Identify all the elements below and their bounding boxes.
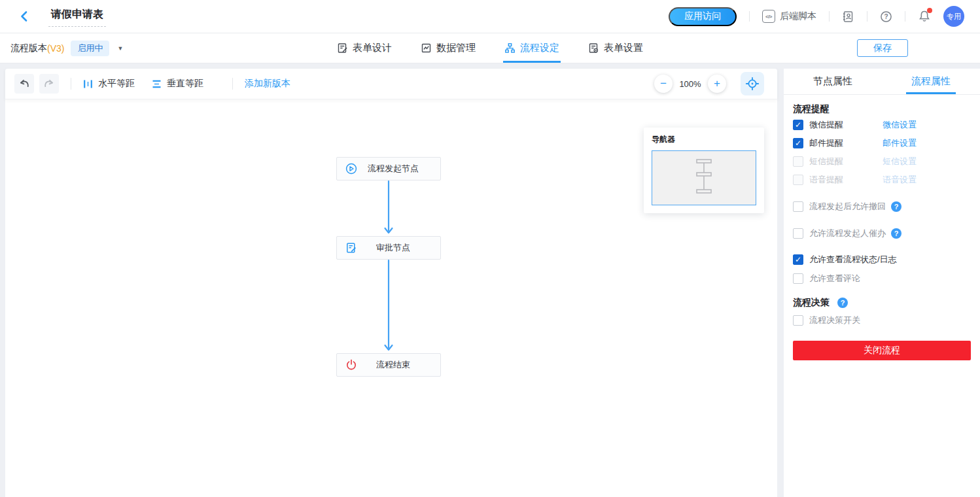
- reminder-label: 邮件提醒: [809, 137, 883, 149]
- tab-label: 表单设计: [353, 42, 392, 54]
- option-row-view-comments: ✓ 允许查看评论: [793, 270, 971, 287]
- vertical-align-button[interactable]: 垂直等距: [152, 78, 203, 90]
- edit-note-icon: [345, 242, 357, 254]
- form-design-icon: [337, 43, 348, 54]
- save-button[interactable]: 保存: [857, 39, 908, 57]
- wechat-settings-link[interactable]: 微信设置: [883, 119, 917, 131]
- reminder-label: 短信提醒: [809, 156, 883, 167]
- wechat-reminder-checkbox[interactable]: ✓: [793, 120, 803, 130]
- allow-withdraw-checkbox[interactable]: ✓: [793, 201, 803, 212]
- notifications-button[interactable]: [918, 10, 931, 23]
- reminder-label: 微信提醒: [809, 119, 883, 131]
- email-settings-link[interactable]: 邮件设置: [883, 137, 917, 149]
- check-icon: ✓: [795, 139, 801, 147]
- decision-switch-checkbox[interactable]: ✓: [793, 315, 803, 326]
- undo-button[interactable]: [14, 74, 34, 94]
- help-circle-icon[interactable]: ?: [891, 228, 901, 239]
- contacts-button[interactable]: [842, 10, 854, 23]
- back-button[interactable]: [17, 9, 31, 24]
- navigator-minimap[interactable]: [652, 150, 756, 205]
- back-icon: [18, 10, 30, 22]
- allow-urge-checkbox[interactable]: ✓: [793, 228, 803, 239]
- tab-flow-setting[interactable]: 流程设定: [503, 33, 561, 63]
- zoom-in-button[interactable]: +: [708, 75, 726, 93]
- tab-label: 表单设置: [604, 42, 643, 54]
- app-access-button[interactable]: 应用访问: [669, 7, 737, 26]
- horizontal-align-button[interactable]: 水平等距: [83, 78, 135, 90]
- option-row-allow-urge: ✓ 允许流程发起人催办 ?: [793, 225, 971, 242]
- canvas-body[interactable]: 流程发起节点 审批节点 流程结束 导航器: [5, 99, 777, 497]
- check-icon: ✓: [795, 256, 801, 264]
- reminder-section-title: 流程提醒: [793, 103, 971, 116]
- flow-node-start[interactable]: 流程发起节点: [336, 157, 441, 180]
- version-number: (V3): [47, 43, 64, 54]
- avatar[interactable]: 专用: [943, 6, 964, 27]
- crosshair-icon: [745, 77, 760, 91]
- tab-form-settings[interactable]: 表单设置: [587, 33, 644, 63]
- app-root: 请假申请表 应用访问 </> 后端脚本 ?: [0, 0, 980, 497]
- divider: [232, 78, 233, 90]
- help-circle-icon[interactable]: ?: [837, 298, 848, 308]
- vertical-spacing-icon: [152, 79, 162, 89]
- navigator-panel: 导航器: [644, 128, 764, 213]
- page-title[interactable]: 请假申请表: [48, 7, 106, 27]
- flow-canvas: 水平等距 垂直等距 添加新版本 − 100% +: [5, 69, 777, 497]
- tab-form-design[interactable]: 表单设计: [336, 33, 393, 63]
- view-status-checkbox[interactable]: ✓: [793, 254, 803, 265]
- divider: [829, 11, 830, 22]
- add-version-link[interactable]: 添加新版本: [245, 78, 290, 90]
- help-circle-icon[interactable]: ?: [891, 201, 901, 212]
- divider: [749, 11, 750, 22]
- option-label: 流程决策开关: [809, 315, 860, 326]
- main-area: 水平等距 垂直等距 添加新版本 − 100% +: [0, 63, 980, 497]
- horizontal-align-label: 水平等距: [98, 78, 135, 90]
- panel-tabs: 节点属性 流程属性: [784, 69, 980, 95]
- option-row-decision-switch: ✓ 流程决策开关: [793, 312, 971, 329]
- view-comments-checkbox[interactable]: ✓: [793, 273, 803, 284]
- data-manage-icon: [421, 43, 432, 54]
- voice-reminder-checkbox[interactable]: ✓: [793, 175, 803, 185]
- tab-node-properties[interactable]: 节点属性: [784, 69, 882, 94]
- contacts-icon: [842, 10, 854, 23]
- tab-data-manage[interactable]: 数据管理: [419, 33, 477, 63]
- version-info: 流程版本 (V3) 启用中 ▼: [10, 41, 123, 56]
- backend-script-button[interactable]: </> 后端脚本: [762, 10, 816, 23]
- navigator-title: 导航器: [652, 134, 756, 145]
- caret-down-icon[interactable]: ▼: [117, 45, 123, 52]
- email-reminder-checkbox[interactable]: ✓: [793, 138, 803, 148]
- tab-label: 数据管理: [436, 42, 476, 54]
- flow-node-approval[interactable]: 审批节点: [336, 236, 441, 260]
- decision-section-title: 流程决策 ?: [793, 296, 971, 309]
- undo-icon: [18, 78, 30, 89]
- svg-text:?: ?: [884, 13, 888, 20]
- horizontal-spacing-icon: [83, 79, 93, 89]
- zoom-controls: − 100% +: [654, 72, 764, 95]
- redo-icon: [43, 78, 55, 89]
- option-label: 允许查看评论: [809, 273, 860, 284]
- divider: [905, 11, 905, 22]
- tab-flow-properties[interactable]: 流程属性: [882, 69, 980, 94]
- sms-reminder-checkbox[interactable]: ✓: [793, 156, 803, 167]
- flow-node-end[interactable]: 流程结束: [336, 353, 441, 377]
- locate-button[interactable]: [741, 72, 764, 95]
- redo-button[interactable]: [39, 74, 59, 94]
- help-button[interactable]: ?: [880, 10, 892, 23]
- form-settings-icon: [588, 43, 599, 54]
- zoom-out-button[interactable]: −: [654, 75, 673, 93]
- reminder-row-voice: ✓ 语音提醒 语音设置: [793, 171, 971, 189]
- reminder-row-sms: ✓ 短信提醒 短信设置: [793, 152, 971, 171]
- play-circle-icon: [345, 163, 357, 175]
- minimap-flow: [694, 157, 714, 199]
- reminder-row-email: ✓ 邮件提醒 邮件设置: [793, 134, 971, 152]
- close-flow-button[interactable]: 关闭流程: [793, 341, 971, 360]
- notification-dot: [927, 8, 932, 13]
- panel-gap: [777, 69, 784, 497]
- voice-settings-link[interactable]: 语音设置: [883, 174, 917, 186]
- code-icon: </>: [762, 10, 775, 23]
- backend-script-label: 后端脚本: [780, 10, 816, 22]
- main-tabs: 表单设计 数据管理 流程设定 表单设置: [336, 33, 644, 63]
- version-bar: 流程版本 (V3) 启用中 ▼ 表单设计 数据管理 流程设定 表单设置 保: [0, 33, 980, 63]
- flow-setting-icon: [504, 43, 516, 54]
- sms-settings-link[interactable]: 短信设置: [883, 156, 917, 167]
- option-label: 允许查看流程状态/日志: [809, 254, 897, 266]
